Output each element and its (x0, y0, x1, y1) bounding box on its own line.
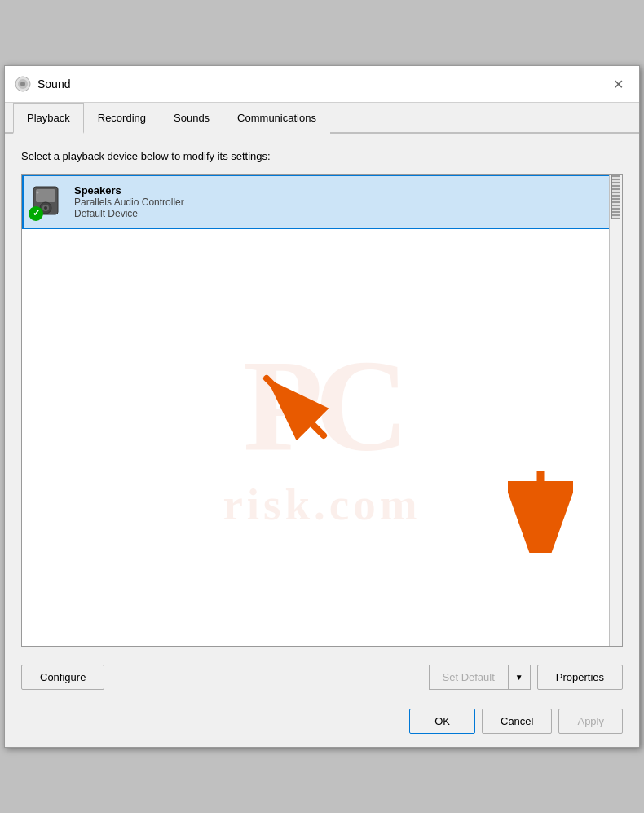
bottom-button-row: OK Cancel Apply (5, 700, 639, 747)
action-button-row: Configure Set Default ▼ Properties (5, 655, 639, 700)
tab-communications[interactable]: Communications (223, 103, 330, 134)
device-list-wrapper: ✓ Speakers Parallels Audio Controller De… (21, 174, 623, 647)
device-sub: Parallels Audio Controller (74, 197, 614, 208)
svg-point-7 (44, 206, 47, 210)
arrow-annotation-up (250, 362, 348, 463)
scrollbar[interactable] (609, 175, 622, 646)
tab-sounds[interactable]: Sounds (160, 103, 223, 134)
svg-point-2 (20, 82, 25, 86)
set-default-wrap: Set Default ▼ (429, 665, 531, 690)
device-icon-wrap: ✓ (30, 185, 64, 219)
window-title: Sound (37, 77, 70, 91)
title-bar: Sound ✕ (5, 66, 639, 103)
tab-recording[interactable]: Recording (84, 103, 160, 134)
properties-button[interactable]: Properties (537, 665, 623, 690)
device-name: Speakers (74, 184, 614, 197)
arrow-annotation-down (508, 471, 573, 556)
device-info: Speakers Parallels Audio Controller Defa… (74, 184, 614, 219)
sound-dialog: Sound ✕ Playback Recording Sounds Commun… (4, 65, 640, 748)
tab-playback[interactable]: Playback (13, 103, 84, 134)
svg-point-8 (37, 191, 39, 193)
svg-rect-4 (36, 189, 55, 202)
content-area: Select a playback device below to modify… (5, 134, 639, 655)
close-button[interactable]: ✕ (607, 73, 629, 95)
configure-button[interactable]: Configure (21, 665, 104, 690)
device-default: Default Device (74, 208, 614, 219)
apply-button[interactable]: Apply (558, 709, 623, 734)
watermark: PC risk.com (22, 305, 622, 564)
device-item-speakers[interactable]: ✓ Speakers Parallels Audio Controller De… (22, 175, 622, 229)
svg-line-10 (267, 378, 324, 435)
title-bar-left: Sound (15, 76, 70, 92)
scrollbar-thumb[interactable] (611, 175, 620, 219)
description-text: Select a playback device below to modify… (21, 150, 623, 162)
set-default-dropdown[interactable]: ▼ (508, 665, 530, 689)
cancel-button[interactable]: Cancel (482, 709, 552, 734)
ok-button[interactable]: OK (409, 709, 475, 734)
device-list[interactable]: ✓ Speakers Parallels Audio Controller De… (21, 174, 623, 647)
tab-bar: Playback Recording Sounds Communications (5, 103, 639, 134)
sound-icon (15, 76, 31, 92)
set-default-button[interactable]: Set Default (430, 665, 508, 689)
default-check-badge: ✓ (29, 206, 43, 221)
